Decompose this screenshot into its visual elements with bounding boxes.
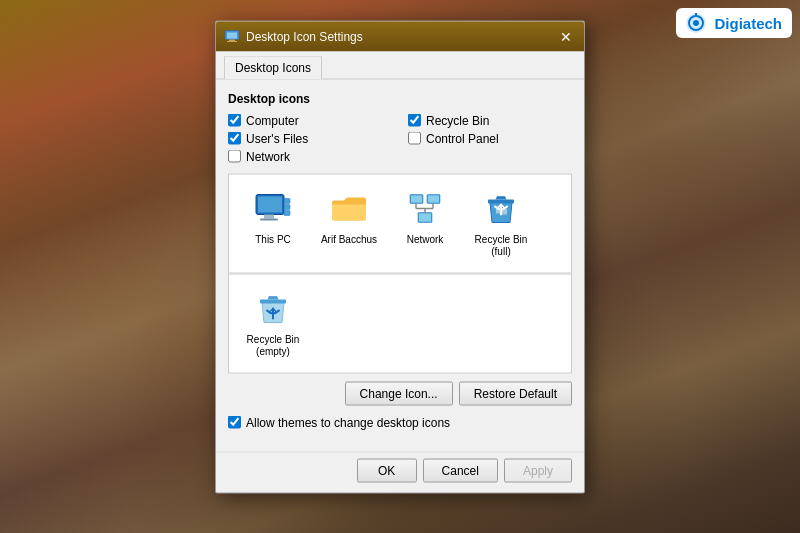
users-files-label: User's Files — [246, 131, 308, 145]
svg-point-2 — [693, 20, 699, 26]
recycle-bin-full-label: Recycle Bin (full) — [472, 233, 530, 257]
svg-rect-14 — [284, 210, 290, 215]
computer-label: Computer — [246, 113, 299, 127]
users-files-checkbox[interactable] — [228, 132, 241, 145]
section-title: Desktop icons — [228, 91, 572, 105]
recycle-bin-checkbox-item[interactable]: Recycle Bin — [408, 113, 572, 127]
svg-rect-11 — [260, 218, 278, 220]
recycle-bin-empty-label: Recycle Bin (empty) — [244, 333, 302, 357]
svg-rect-27 — [502, 208, 507, 214]
svg-rect-28 — [260, 299, 286, 303]
allow-themes-checkbox[interactable] — [228, 416, 241, 429]
control-panel-label: Control Panel — [426, 131, 499, 145]
network-checkbox-item[interactable]: Network — [228, 149, 572, 163]
svg-rect-13 — [284, 204, 290, 209]
computer-checkbox[interactable] — [228, 114, 241, 127]
svg-rect-20 — [419, 213, 431, 221]
this-pc-label: This PC — [255, 233, 291, 245]
arif-bacchus-label: Arif Bacchus — [321, 233, 377, 245]
svg-rect-18 — [428, 195, 439, 202]
icon-this-pc[interactable]: This PC — [239, 184, 307, 262]
recycle-bin-empty-icon-img — [253, 289, 293, 329]
dialog-content: Desktop icons Computer Recycle Bin User'… — [216, 79, 584, 451]
digiatech-logo: Digiatech — [676, 8, 792, 38]
tab-bar: Desktop Icons — [216, 51, 584, 79]
dialog-icon — [224, 28, 240, 44]
svg-rect-12 — [284, 198, 290, 203]
computer-checkbox-item[interactable]: Computer — [228, 113, 392, 127]
logo-text: Digiatech — [714, 15, 782, 32]
network-row: Network — [228, 149, 572, 163]
icons-preview-area-2: Recycle Bin (empty) — [228, 273, 572, 373]
users-files-checkbox-item[interactable]: User's Files — [228, 131, 392, 145]
title-bar: Desktop Icon Settings ✕ — [216, 21, 584, 51]
svg-rect-9 — [258, 196, 282, 212]
recycle-bin-label: Recycle Bin — [426, 113, 489, 127]
recycle-bin-full-icon-img — [481, 189, 521, 229]
logo-icon — [682, 12, 710, 34]
control-panel-checkbox-item[interactable]: Control Panel — [408, 131, 572, 145]
recycle-bin-checkbox[interactable] — [408, 114, 421, 127]
icons-preview-area: This PC Arif Bacchus — [228, 173, 572, 273]
svg-rect-6 — [229, 39, 235, 41]
allow-themes-checkbox-item[interactable]: Allow themes to change desktop icons — [228, 415, 572, 429]
ok-button[interactable]: OK — [357, 458, 417, 482]
svg-rect-7 — [227, 41, 237, 42]
svg-rect-10 — [264, 214, 274, 218]
icon-recycle-bin-full[interactable]: Recycle Bin (full) — [467, 184, 535, 262]
network-label: Network — [407, 233, 444, 245]
restore-default-button[interactable]: Restore Default — [459, 381, 572, 405]
checkboxes-grid: Computer Recycle Bin User's Files Contro… — [228, 113, 572, 145]
dialog-title: Desktop Icon Settings — [246, 29, 550, 43]
svg-rect-25 — [488, 199, 514, 203]
svg-rect-26 — [496, 206, 501, 213]
cancel-button[interactable]: Cancel — [423, 458, 498, 482]
svg-rect-16 — [411, 195, 422, 202]
desktop-icon-settings-dialog: Desktop Icon Settings ✕ Desktop Icons De… — [215, 20, 585, 493]
icon-recycle-bin-empty[interactable]: Recycle Bin (empty) — [239, 284, 307, 362]
control-panel-checkbox[interactable] — [408, 132, 421, 145]
this-pc-icon-img — [253, 189, 293, 229]
tab-desktop-icons[interactable]: Desktop Icons — [224, 55, 322, 79]
icon-network[interactable]: Network — [391, 184, 459, 262]
apply-button[interactable]: Apply — [504, 458, 572, 482]
arif-bacchus-icon-img — [329, 189, 369, 229]
svg-rect-5 — [227, 32, 237, 38]
close-button[interactable]: ✕ — [556, 27, 576, 45]
icon-action-buttons: Change Icon... Restore Default — [228, 381, 572, 405]
allow-themes-label: Allow themes to change desktop icons — [246, 415, 450, 429]
network-icon-img — [405, 189, 445, 229]
network-checkbox[interactable] — [228, 150, 241, 163]
icon-arif-bacchus[interactable]: Arif Bacchus — [315, 184, 383, 262]
footer-buttons: OK Cancel Apply — [216, 451, 584, 492]
change-icon-button[interactable]: Change Icon... — [345, 381, 453, 405]
network-label: Network — [246, 149, 290, 163]
